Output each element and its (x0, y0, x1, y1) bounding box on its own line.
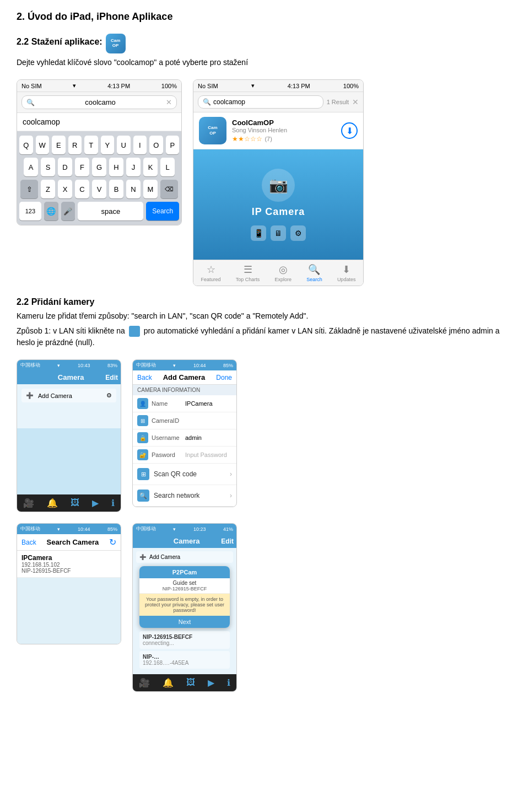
username-value[interactable]: admin (185, 434, 202, 441)
search-cam-result[interactable]: IPCamera 192.168.15.102 NIP-126915-BEFCF (17, 551, 121, 578)
key-mic[interactable]: 🎤 (61, 202, 75, 221)
sc-refresh-button[interactable]: ↻ (109, 537, 116, 547)
key-h[interactable]: H (109, 158, 123, 176)
search-clear-icon[interactable]: ✕ (166, 98, 172, 106)
key-m[interactable]: M (143, 180, 158, 198)
cam-nav-play[interactable]: ▶ (92, 498, 99, 508)
appstore-search-box[interactable]: 🔍 coolcamop (198, 95, 323, 109)
sc-carrier: 中国移动 (20, 525, 40, 533)
sc-back-button[interactable]: Back (21, 539, 36, 546)
appstore-clear-icon[interactable]: ✕ (352, 98, 359, 106)
password-label: Pasword (152, 451, 182, 458)
status-bar-left: No SIM ▾ 4:13 PM 100% (17, 80, 181, 92)
battery-right: 100% (343, 83, 359, 89)
search-network-button[interactable]: 🔍 Search network › (133, 485, 236, 507)
app-result-item[interactable]: CamOP CoolCamOP Song Vinson Henlen ★★☆☆☆… (193, 112, 363, 149)
section1: 2. Úvod do iPad, iPhone Aplikace (17, 11, 512, 23)
search-result-item[interactable]: coolcamop (17, 113, 181, 131)
key-f[interactable]: F (75, 158, 89, 176)
carrier-left: No SIM (21, 83, 42, 89)
cam-nav-info[interactable]: ℹ (111, 498, 115, 508)
time-right: 4:13 PM (288, 83, 310, 89)
status-bar-right: No SIM ▾ 4:13 PM 100% (193, 80, 363, 92)
cam-nav-photo[interactable]: 🖼 (71, 498, 79, 508)
phone-add-camera-form: 中国移动 ▾ 10:44 85% Back Add Camera Done CA… (132, 359, 237, 507)
key-n[interactable]: N (126, 180, 141, 198)
guide-nav-photo[interactable]: 🖼 (186, 677, 195, 688)
nav-featured[interactable]: ☆ Featured (201, 264, 221, 282)
key-e[interactable]: E (52, 136, 66, 154)
key-j[interactable]: J (126, 158, 141, 176)
key-o[interactable]: O (149, 136, 163, 154)
key-t[interactable]: T (84, 136, 98, 154)
guide-nav-info[interactable]: ℹ (227, 677, 230, 688)
guide-nav-bell[interactable]: 🔔 (163, 677, 174, 688)
key-globe[interactable]: 🌐 (44, 202, 58, 221)
name-value[interactable]: IPCamera (185, 400, 213, 407)
key-u[interactable]: U (117, 136, 131, 154)
featured-icon: ☆ (207, 264, 215, 276)
password-placeholder[interactable]: Input Password (185, 451, 227, 458)
key-delete[interactable]: ⌫ (160, 180, 178, 198)
username-label: Username (152, 434, 182, 441)
nav-top-charts[interactable]: ☰ Top Charts (236, 264, 260, 282)
guide-cam-item-2[interactable]: NIP-… 192.168.…-4A5EA (139, 651, 230, 669)
guide-nav-video[interactable]: 🎥 (139, 677, 150, 688)
explore-icon: ◎ (279, 264, 288, 276)
key-c[interactable]: C (75, 180, 89, 198)
guide-cam-status-1: connecting... (143, 640, 226, 646)
cam-nav-bell[interactable]: 🔔 (47, 498, 58, 508)
key-x[interactable]: X (58, 180, 72, 198)
guide-add-icon: ➕ (139, 554, 146, 560)
key-s[interactable]: S (41, 158, 55, 176)
key-d[interactable]: D (58, 158, 72, 176)
keyboard-bottom-row: 123 🌐 🎤 space Search (19, 202, 179, 221)
section3-title: 2.2 Přidání kamery (17, 297, 512, 307)
guide-add-item[interactable]: ➕ Add Camera (136, 551, 233, 563)
guide-title: Camera (174, 537, 200, 545)
sc-time: 10:44 (78, 526, 90, 532)
scan-qr-button[interactable]: ⊞ Scan QR code › (133, 464, 236, 485)
key-l[interactable]: L (160, 158, 175, 176)
form-done-button[interactable]: Done (216, 374, 232, 381)
key-search-button[interactable]: Search (146, 202, 179, 221)
key-y[interactable]: Y (101, 136, 115, 154)
coolcamop-icon: CamOP (106, 34, 126, 53)
search-value: coolcamo (85, 98, 116, 106)
key-i[interactable]: I (133, 136, 147, 154)
key-space[interactable]: space (78, 202, 143, 221)
key-w[interactable]: W (36, 136, 50, 154)
app-download-button[interactable]: ⬇ (341, 122, 358, 139)
nav-search-label: Search (306, 277, 322, 282)
nav-search[interactable]: 🔍 Search (306, 264, 322, 282)
nav-updates[interactable]: ⬇ Updates (337, 264, 356, 282)
form-back-button[interactable]: Back (137, 374, 152, 381)
guide-battery: 41% (223, 526, 233, 532)
camera-edit-button[interactable]: Edit (105, 374, 118, 381)
section3-desc2: Způsob 1: v LAN síti klikněte na pro aut… (17, 325, 512, 348)
guide-cam-item-1[interactable]: NIP-126915-BEFCF connecting... (139, 631, 230, 649)
nav-explore[interactable]: ◎ Explore (274, 264, 292, 282)
keyboard: Q W E R T Y U I O P A S D F G H J K L (17, 131, 181, 225)
key-q[interactable]: Q (19, 136, 33, 154)
key-r[interactable]: R (68, 136, 82, 154)
guide-nav-play[interactable]: ▶ (208, 677, 214, 688)
add-camera-list-item[interactable]: ➕ Add Camera ⚙ (21, 389, 116, 402)
guide-next-button[interactable]: Next (139, 616, 230, 628)
battery-left: 100% (161, 83, 177, 89)
key-k[interactable]: K (143, 158, 158, 176)
key-p[interactable]: P (166, 136, 180, 154)
key-a[interactable]: A (24, 158, 38, 176)
guide-edit-button[interactable]: Edit (221, 537, 234, 545)
cam-nav-video[interactable]: 🎥 (23, 498, 34, 508)
guide-add-label: Add Camera (149, 554, 180, 560)
key-b[interactable]: B (109, 180, 123, 198)
guide-cam-header: Camera Edit (133, 534, 236, 548)
key-v[interactable]: V (92, 180, 106, 198)
key-num[interactable]: 123 (19, 202, 41, 221)
key-shift[interactable]: ⇧ (20, 180, 38, 198)
appstore-result-count: 1 Result (327, 99, 349, 105)
key-g[interactable]: G (92, 158, 106, 176)
key-z[interactable]: Z (41, 180, 55, 198)
search-input-box[interactable]: 🔍 coolcamo ✕ (21, 95, 177, 109)
